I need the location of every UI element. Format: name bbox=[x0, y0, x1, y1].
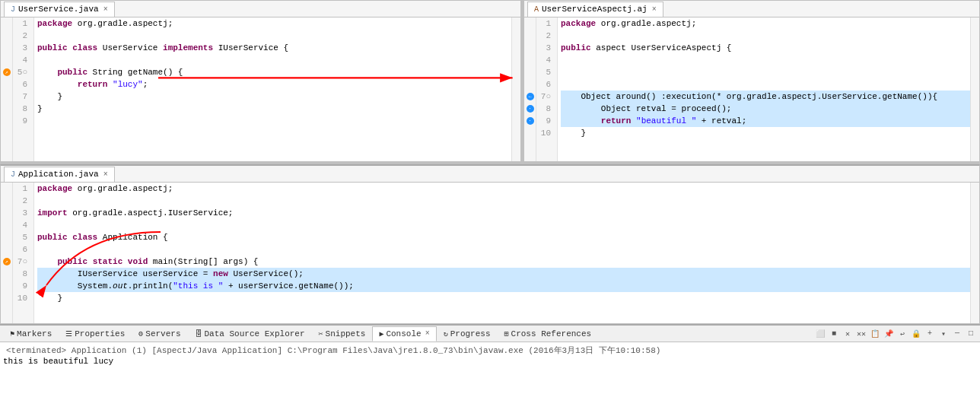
tab-data-source-label: Data Source Explorer bbox=[205, 329, 305, 338]
rln-1: 1 bbox=[539, 17, 554, 30]
editor-content-bottom: ↗ 1 2 3 4 5 6 7○ 8 9 10 package org.grad… bbox=[1, 183, 979, 323]
gutter-r-6 bbox=[524, 78, 536, 91]
ln-2: 2 bbox=[16, 30, 30, 42]
code-right-7: Object around() :execution(* org.gradle.… bbox=[561, 91, 970, 103]
tab-data-source-explorer[interactable]: 🗄 Data Source Explorer bbox=[188, 326, 312, 342]
bln-5: 5 bbox=[16, 231, 30, 243]
tab-application-close[interactable]: × bbox=[103, 170, 108, 179]
gutter-b-5 bbox=[1, 231, 12, 243]
gutter-r-2 bbox=[524, 30, 536, 42]
tab-console-close[interactable]: × bbox=[425, 329, 430, 338]
minimize-btn[interactable]: ─ bbox=[951, 328, 963, 340]
datasource-icon: 🗄 bbox=[195, 329, 202, 338]
pin-console-btn[interactable]: 📌 bbox=[883, 328, 895, 340]
gutter-line-2 bbox=[1, 30, 12, 42]
stop-btn[interactable]: ■ bbox=[828, 328, 840, 340]
scroll-indicator-right[interactable] bbox=[970, 17, 979, 161]
clear-console-btn[interactable]: ⬜ bbox=[814, 328, 826, 340]
left-gutter-right: ← · · bbox=[524, 17, 536, 161]
code-left-8: } bbox=[37, 103, 511, 115]
editor-content-right: ← · · 1 2 3 4 5 6 7○ bbox=[524, 17, 979, 161]
maximize-btn[interactable]: □ bbox=[965, 328, 977, 340]
code-bottom-5: public class Application { bbox=[37, 231, 970, 243]
tab-console[interactable]: ▶ Console × bbox=[372, 326, 436, 342]
bln-10: 10 bbox=[16, 292, 30, 304]
editor-area: J UserService.java × ↗ bbox=[0, 0, 980, 324]
editor-tab-bar-right: A UserServiceAspectj.aj × bbox=[524, 1, 979, 17]
code-lines-right[interactable]: package org.gradle.aspectj; public aspec… bbox=[558, 17, 970, 161]
code-right-1: package org.gradle.aspectj; bbox=[561, 17, 970, 30]
tab-userservice[interactable]: J UserService.java × bbox=[4, 2, 115, 17]
properties-icon: ☰ bbox=[65, 329, 72, 338]
tab-snippets[interactable]: ✂ Snippets bbox=[312, 326, 373, 342]
tab-aspectj[interactable]: A UserServiceAspectj.aj × bbox=[527, 2, 663, 17]
tab-progress-label: Progress bbox=[450, 329, 491, 338]
editor-pane-bottom: J Application.java × ↗ 1 bbox=[0, 164, 980, 324]
ln-5: 5○ bbox=[16, 66, 30, 78]
bln-2: 2 bbox=[16, 195, 30, 207]
view-menu-btn[interactable]: ▾ bbox=[937, 328, 950, 340]
rln-6: 6 bbox=[539, 78, 554, 91]
servers-icon: ⚙ bbox=[138, 329, 143, 338]
code-right-2 bbox=[561, 30, 970, 42]
tab-console-label: Console bbox=[386, 329, 421, 338]
tab-application[interactable]: J Application.java × bbox=[4, 167, 115, 182]
java-file-icon: J bbox=[11, 5, 15, 14]
scroll-indicator-left[interactable] bbox=[511, 17, 520, 161]
code-right-5 bbox=[561, 66, 970, 78]
code-bottom-1: package org.gradle.aspectj; bbox=[37, 183, 970, 195]
code-left-7: } bbox=[37, 91, 511, 103]
gutter-line-7 bbox=[1, 91, 12, 103]
console-output: <terminated> Application (1) [AspectJ/Ja… bbox=[0, 342, 980, 394]
gutter-r-4 bbox=[524, 54, 536, 66]
code-left-3: public class UserService implements IUse… bbox=[37, 42, 511, 54]
tab-servers[interactable]: ⚙ Servers bbox=[132, 326, 187, 342]
new-console-btn[interactable]: + bbox=[924, 328, 936, 340]
scroll-lock-btn[interactable]: 🔒 bbox=[910, 328, 922, 340]
bln-3: 3 bbox=[16, 207, 30, 219]
tab-cross-references[interactable]: ⊞ Cross References bbox=[498, 326, 599, 342]
tab-properties[interactable]: ☰ Properties bbox=[59, 326, 132, 342]
tab-markers-label: Markers bbox=[17, 329, 52, 338]
open-console-btn[interactable]: 📋 bbox=[869, 328, 881, 340]
aspect-marker-b7: ↗ bbox=[3, 258, 11, 265]
ln-8: 8 bbox=[16, 103, 30, 115]
code-lines-left[interactable]: package org.gradle.aspectj; public class… bbox=[34, 17, 511, 161]
code-left-2 bbox=[37, 30, 511, 42]
gutter-b-2 bbox=[1, 195, 12, 207]
tab-properties-label: Properties bbox=[75, 329, 125, 338]
console-icon: ▶ bbox=[379, 329, 383, 338]
left-gutter-left: ↗ bbox=[1, 17, 13, 161]
remove-all-btn[interactable]: ✕✕ bbox=[855, 328, 867, 340]
console-output-text: this is beautiful lucy bbox=[3, 357, 977, 366]
rln-4: 4 bbox=[539, 54, 554, 66]
rln-10: 10 bbox=[539, 127, 554, 139]
gutter-r-10 bbox=[524, 127, 536, 139]
ln-4: 4 bbox=[16, 54, 30, 66]
word-wrap-btn[interactable]: ↩ bbox=[896, 328, 908, 340]
gutter-b-10 bbox=[1, 292, 12, 304]
top-editor-row: J UserService.java × ↗ bbox=[0, 0, 980, 162]
remove-launch-btn[interactable]: ✕ bbox=[842, 328, 854, 340]
tab-markers[interactable]: ⚑ Markers bbox=[3, 326, 59, 342]
gutter-r-7: ← bbox=[524, 91, 536, 103]
progress-icon: ↻ bbox=[444, 329, 448, 338]
ln-6: 6 bbox=[16, 78, 30, 91]
tab-userservice-close[interactable]: × bbox=[103, 5, 108, 14]
code-lines-bottom[interactable]: package org.gradle.aspectj; import org.g… bbox=[34, 183, 970, 323]
gutter-r-9: · bbox=[524, 115, 536, 127]
gutter-b-7: ↗ bbox=[1, 256, 12, 268]
gutter-b-3 bbox=[1, 207, 12, 219]
console-status-line: <terminated> Application (1) [AspectJ/Ja… bbox=[3, 344, 977, 357]
code-bottom-6 bbox=[37, 243, 970, 256]
markers-icon: ⚑ bbox=[10, 329, 14, 338]
tab-aspectj-close[interactable]: × bbox=[652, 5, 657, 14]
aj-file-icon: A bbox=[534, 5, 539, 14]
rln-9: 9 bbox=[539, 115, 554, 127]
scroll-indicator-bottom[interactable] bbox=[970, 183, 979, 323]
editor-tab-bar-left: J UserService.java × bbox=[1, 1, 520, 17]
tab-progress[interactable]: ↻ Progress bbox=[437, 326, 498, 342]
code-bottom-9: System.out.println("this is " + userServ… bbox=[37, 280, 970, 292]
gutter-r-8: · bbox=[524, 103, 536, 115]
line-numbers-left: 1 2 3 4 5○ 6 7 8 9 bbox=[13, 17, 34, 161]
